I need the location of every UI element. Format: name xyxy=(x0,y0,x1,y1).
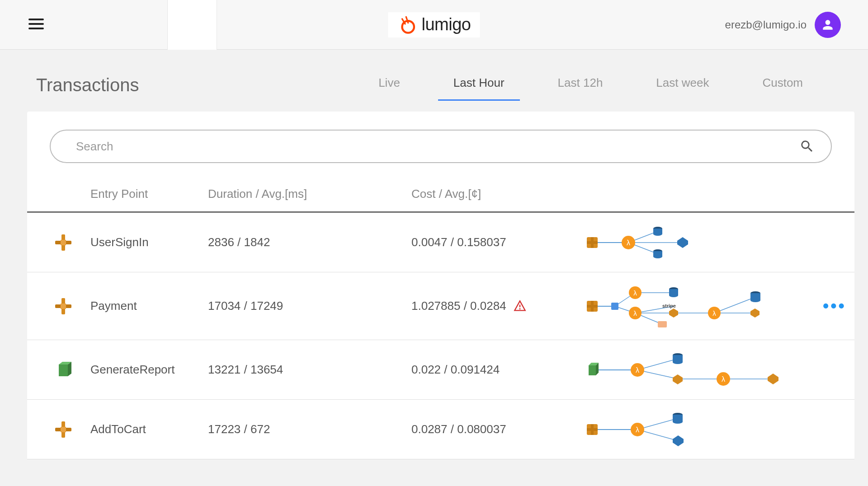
table-row[interactable]: AddToCart 17223 / 672 0.0287 / 0.080037 … xyxy=(27,400,854,459)
lumigo-icon xyxy=(397,15,417,35)
api-gateway-icon xyxy=(54,297,72,315)
tab-last-hour[interactable]: Last Hour xyxy=(452,72,506,98)
svg-rect-48 xyxy=(658,321,667,327)
svg-point-24 xyxy=(519,308,520,309)
svg-marker-54 xyxy=(750,308,760,318)
svg-rect-22 xyxy=(61,304,66,309)
svg-marker-74 xyxy=(768,374,778,384)
entry-name: Payment xyxy=(90,299,208,313)
svg-marker-89 xyxy=(673,435,684,446)
svg-point-45 xyxy=(669,294,678,297)
transactions-card: Entry Point Duration / Avg.[ms] Cost / A… xyxy=(27,112,854,459)
user-avatar[interactable] xyxy=(815,12,841,38)
cost-value: 0.022 / 0.091424 xyxy=(411,363,500,377)
duration-value: 13221 / 13654 xyxy=(208,363,411,377)
user-email: erezb@lumigo.io xyxy=(725,19,807,31)
search-icon xyxy=(799,139,815,154)
time-range-tabs: Live Last Hour Last 12h Last week Custom xyxy=(377,72,805,98)
search-input[interactable] xyxy=(76,140,799,154)
transactions-table: Entry Point Duration / Avg.[ms] Cost / A… xyxy=(27,177,854,459)
tab-last-week[interactable]: Last week xyxy=(654,72,711,98)
user-area: erezb@lumigo.io xyxy=(725,12,841,38)
col-cost: Cost / Avg.[¢] xyxy=(411,187,583,201)
database-green-icon xyxy=(54,361,72,379)
person-icon xyxy=(821,18,835,32)
menu-button[interactable] xyxy=(27,15,45,35)
table-row[interactable]: UserSignIn 2836 / 1842 0.0047 / 0.158037… xyxy=(27,213,854,272)
tab-custom[interactable]: Custom xyxy=(760,72,805,98)
table-row[interactable]: GenerateReport 13221 / 13654 0.022 / 0.0… xyxy=(27,340,854,400)
flow-diagram: λ xyxy=(583,222,836,263)
warning-icon xyxy=(514,300,526,313)
svg-rect-55 xyxy=(59,364,68,376)
svg-text:λ: λ xyxy=(633,289,637,297)
page-title: Transactions xyxy=(36,75,139,95)
svg-point-70 xyxy=(673,360,683,364)
search-field[interactable] xyxy=(50,130,832,163)
svg-point-53 xyxy=(750,299,760,302)
flow-diagram: λ xyxy=(583,409,836,450)
svg-rect-3 xyxy=(61,240,66,245)
svg-rect-83 xyxy=(587,428,598,431)
search-wrap xyxy=(50,130,832,163)
flow-diagram: λ λ stripe λ ••• xyxy=(583,281,846,331)
tab-live[interactable]: Live xyxy=(377,72,402,98)
svg-rect-37 xyxy=(587,305,598,308)
entry-name: UserSignIn xyxy=(90,235,208,249)
svg-rect-77 xyxy=(61,427,66,432)
header: lumigo erezb@lumigo.io xyxy=(0,0,868,50)
svg-text:λ: λ xyxy=(722,375,725,383)
svg-text:λ: λ xyxy=(636,366,639,374)
cost-value: 0.0287 / 0.080037 xyxy=(411,422,506,436)
hamburger-icon xyxy=(27,15,45,33)
svg-text:stripe: stripe xyxy=(662,303,676,308)
svg-rect-63 xyxy=(589,365,596,375)
duration-value: 2836 / 1842 xyxy=(208,235,411,249)
cost-value: 1.027885 / 0.0284 xyxy=(411,299,506,313)
api-gateway-icon xyxy=(54,421,72,439)
col-entry: Entry Point xyxy=(90,187,208,201)
entry-name: GenerateReport xyxy=(90,363,208,377)
svg-marker-19 xyxy=(677,237,688,248)
svg-point-15 xyxy=(653,232,662,236)
api-gateway-icon xyxy=(54,234,72,252)
svg-point-88 xyxy=(673,420,683,424)
flow-diagram: λ λ xyxy=(583,350,836,390)
subheader: Transactions Live Last Hour Last 12h Las… xyxy=(0,50,868,112)
svg-rect-38 xyxy=(611,303,618,310)
svg-marker-71 xyxy=(673,374,683,384)
table-row[interactable]: Payment 17034 / 17249 1.027885 / 0.0284 xyxy=(27,272,854,340)
svg-text:λ: λ xyxy=(712,309,716,317)
col-duration: Duration / Avg.[ms] xyxy=(208,187,411,201)
svg-rect-10 xyxy=(587,241,598,244)
svg-text:λ: λ xyxy=(636,426,639,434)
cost-value: 0.0047 / 0.158037 xyxy=(411,235,506,249)
more-icon[interactable]: ••• xyxy=(823,296,846,316)
table-header: Entry Point Duration / Avg.[ms] Cost / A… xyxy=(27,177,854,213)
svg-point-18 xyxy=(653,255,662,258)
duration-value: 17223 / 672 xyxy=(208,422,411,436)
blank-tab xyxy=(167,0,217,50)
entry-name: AddToCart xyxy=(90,422,208,436)
tab-last-12h[interactable]: Last 12h xyxy=(556,72,605,98)
svg-marker-47 xyxy=(669,308,678,318)
brand-text: lumigo xyxy=(422,15,471,34)
svg-line-33 xyxy=(714,297,755,313)
svg-text:λ: λ xyxy=(627,239,630,247)
brand-logo: lumigo xyxy=(388,12,480,37)
svg-text:λ: λ xyxy=(633,309,637,317)
duration-value: 17034 / 17249 xyxy=(208,299,411,313)
